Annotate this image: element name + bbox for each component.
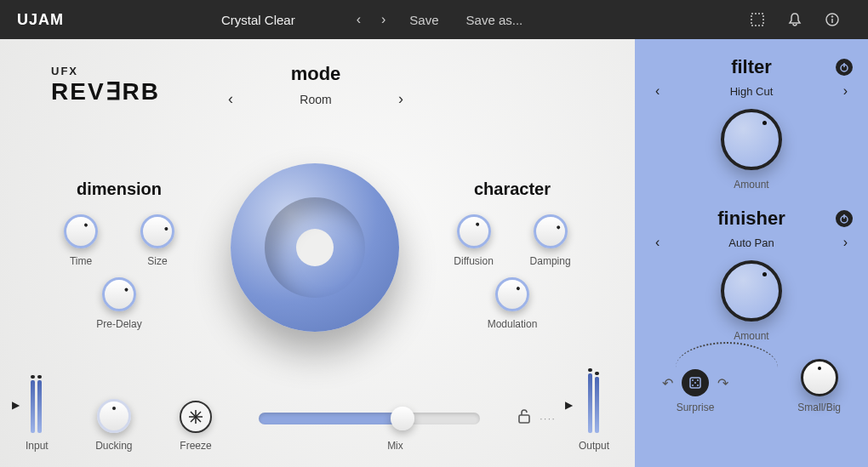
top-header: UJAM Crystal Clear ‹ › Save Save as... [0, 0, 868, 39]
time-knob[interactable] [64, 214, 98, 248]
diffusion-label: Diffusion [454, 255, 493, 267]
ducking-knob[interactable] [97, 399, 131, 433]
undo-button[interactable]: ↶ [662, 375, 673, 391]
input-meter-group: ▶ Input [26, 373, 49, 452]
svg-point-16 [694, 382, 696, 384]
filter-amount-label: Amount [734, 179, 768, 191]
snowflake-icon [187, 408, 204, 425]
modulation-knob[interactable] [495, 277, 529, 311]
smallbig-knob[interactable] [801, 359, 838, 396]
input-meter [31, 373, 43, 433]
power-icon [839, 214, 849, 224]
finisher-next-button[interactable]: › [840, 235, 851, 250]
svg-point-17 [692, 384, 694, 386]
size-label: Size [147, 255, 167, 267]
svg-rect-8 [519, 415, 529, 423]
resize-icon[interactable] [747, 9, 768, 30]
finisher-amount-knob[interactable] [721, 260, 782, 322]
filter-next-button[interactable]: › [840, 83, 851, 99]
main-knob[interactable] [231, 163, 399, 332]
mix-label: Mix [387, 440, 403, 452]
surprise-button[interactable] [682, 369, 709, 396]
dimension-title: dimension [43, 179, 196, 199]
side-panel: filter ‹ High Cut › Amount finisher [635, 39, 868, 467]
modulation-label: Modulation [488, 318, 538, 330]
filter-amount-knob[interactable] [721, 109, 782, 170]
filter-prev-button[interactable]: ‹ [652, 83, 663, 99]
character-title: character [436, 179, 589, 199]
filter-section: filter ‹ High Cut › Amount [652, 56, 851, 191]
ducking-label: Ducking [95, 440, 132, 452]
finisher-power-button[interactable] [836, 210, 853, 227]
mix-slider[interactable] [259, 413, 480, 424]
mix-thumb[interactable] [391, 407, 414, 430]
input-label: Input [26, 440, 49, 452]
svg-point-2 [831, 16, 833, 18]
svg-point-18 [697, 384, 699, 386]
freeze-button[interactable] [180, 401, 212, 433]
lock-icon[interactable] [517, 408, 531, 428]
dimension-group: dimension Time Size Pre-Delay [43, 179, 196, 330]
smallbig-label: Small/Big [797, 402, 841, 413]
svg-point-14 [692, 379, 694, 381]
size-knob[interactable] [140, 214, 174, 248]
finisher-section: finisher ‹ Auto Pan › Amount [652, 208, 851, 342]
preset-prev-button[interactable]: ‹ [346, 12, 371, 27]
predelay-label: Pre-Delay [96, 318, 141, 330]
filter-power-button[interactable] [836, 59, 853, 76]
play-icon: ▶ [12, 399, 20, 411]
freeze-label: Freeze [180, 440, 211, 452]
damping-knob[interactable] [534, 214, 568, 248]
power-icon [839, 62, 849, 72]
redo-button[interactable]: ↷ [717, 375, 728, 391]
filter-title: filter [652, 56, 851, 78]
diffusion-knob[interactable] [457, 214, 491, 248]
info-icon[interactable] [822, 9, 842, 30]
mode-prev-button[interactable]: ‹ [221, 90, 240, 108]
surprise-link-arc [676, 342, 778, 367]
mode-value[interactable]: Room [300, 93, 331, 106]
save-button[interactable]: Save [409, 13, 438, 27]
finisher-title: finisher [652, 208, 851, 230]
svg-point-15 [697, 379, 699, 381]
plugin-logo: UFX REV∃RB [51, 65, 160, 105]
mode-next-button[interactable]: › [391, 90, 410, 108]
finisher-amount-label: Amount [734, 330, 768, 342]
output-label: Output [579, 440, 609, 452]
mode-title: mode [221, 63, 410, 85]
main-panel: UFX REV∃RB mode ‹ Room › dimension Time … [0, 39, 635, 467]
svg-rect-0 [751, 14, 763, 26]
output-meter [588, 373, 600, 433]
mode-selector: mode ‹ Room › [221, 63, 410, 108]
time-label: Time [70, 255, 92, 267]
output-meter-group: ▶ Output [579, 373, 609, 452]
filter-value[interactable]: High Cut [730, 85, 774, 98]
surprise-label: Surprise [677, 402, 715, 413]
notification-icon[interactable] [785, 9, 805, 30]
mix-dots: ···· [540, 413, 556, 423]
finisher-prev-button[interactable]: ‹ [652, 235, 663, 250]
predelay-knob[interactable] [102, 277, 136, 311]
preset-name[interactable]: Crystal Clear [221, 13, 295, 27]
dice-icon [688, 376, 702, 390]
brand-logo: UJAM [17, 11, 221, 29]
play-icon: ▶ [565, 399, 573, 411]
save-as-button[interactable]: Save as... [466, 13, 523, 27]
character-group: character Diffusion Damping Modulation [436, 179, 589, 330]
damping-label: Damping [530, 255, 571, 267]
preset-next-button[interactable]: › [371, 12, 396, 27]
finisher-value[interactable]: Auto Pan [728, 236, 774, 249]
